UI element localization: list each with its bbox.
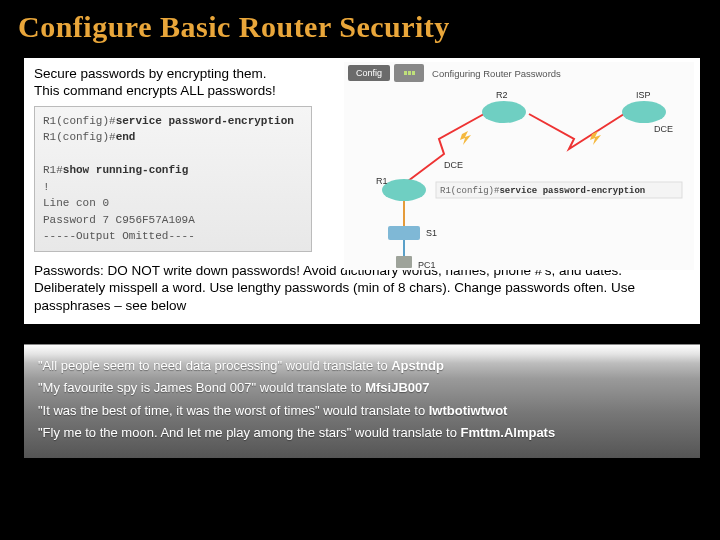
diagram-breadcrumb: Configuring Router Passwords (432, 68, 561, 79)
phrase-result: Apstndp (391, 358, 444, 373)
intro-text: Secure passwords by encrypting them. Thi… (34, 66, 294, 100)
phrase-text: "All people seem to need data processing… (38, 358, 391, 373)
node-label-r2: R2 (496, 90, 508, 100)
node-label-pc1: PC1 (418, 260, 436, 268)
cli-line: ! (43, 179, 303, 196)
cli-line: Line con 0 (43, 195, 303, 212)
diagram-toolbar: Config Configuring Router Passwords (344, 62, 694, 84)
dce-label: DCE (654, 124, 673, 134)
phrase-text: "Fly me to the moon. And let me play amo… (38, 425, 461, 440)
svg-point-2 (382, 179, 426, 201)
diagram-cmd-prompt: R1(config)# (440, 186, 500, 196)
config-button[interactable]: Config (348, 65, 390, 81)
phrase-result: Iwtbotiwtwot (429, 403, 508, 418)
cli-line: Password 7 C956F57A109A (43, 212, 303, 229)
video-icon[interactable] (394, 64, 424, 82)
network-diagram: Config Configuring Router Passwords R2 I… (344, 62, 694, 270)
passphrase-panel: "All people seem to need data processing… (24, 344, 700, 457)
cli-line (43, 146, 303, 163)
phrase-result: Fmttm.Almpats (461, 425, 556, 440)
cli-prompt: R1# (43, 164, 63, 176)
main-panel: Secure passwords by encrypting them. Thi… (24, 58, 700, 324)
cli-line: R1(config)#service password-encryption (43, 113, 303, 130)
svg-text:R1(config)#service password-en: R1(config)#service password-encryption (440, 186, 645, 196)
cli-line: R1#show running-config (43, 162, 303, 179)
passphrase-line: "Fly me to the moon. And let me play amo… (38, 422, 686, 444)
node-label-r1: R1 (376, 176, 388, 186)
cli-prompt: R1(config)# (43, 131, 116, 143)
phrase-result: MfsiJB007 (365, 380, 429, 395)
cli-prompt: R1(config)# (43, 115, 116, 127)
slide-title: Configure Basic Router Security (0, 0, 720, 58)
cli-command: show running-config (63, 164, 188, 176)
cli-command: end (116, 131, 136, 143)
node-label-isp: ISP (636, 90, 651, 100)
passphrase-line: "All people seem to need data processing… (38, 355, 686, 377)
passphrase-line: "My favourite spy is James Bond 007" wou… (38, 377, 686, 399)
svg-rect-4 (396, 256, 412, 268)
slide-root: Configure Basic Router Security Secure p… (0, 0, 720, 540)
node-label-s1: S1 (426, 228, 437, 238)
phrase-text: "My favourite spy is James Bond 007" wou… (38, 380, 365, 395)
cli-line: -----Output Omitted---- (43, 228, 303, 245)
diagram-cmd-text: service password-encryption (499, 186, 645, 196)
passphrase-line: "It was the best of time, it was the wor… (38, 400, 686, 422)
phrase-text: "It was the best of time, it was the wor… (38, 403, 429, 418)
cli-line: R1(config)#end (43, 129, 303, 146)
svg-point-0 (482, 101, 526, 123)
svg-rect-3 (388, 226, 420, 240)
topology-svg: R2 ISP R1 S1 PC1 DCE DCE (344, 84, 694, 268)
cli-command: service password-encryption (116, 115, 294, 127)
spacer (0, 324, 720, 344)
svg-point-1 (622, 101, 666, 123)
dce-label: DCE (444, 160, 463, 170)
cli-terminal: R1(config)#service password-encryption R… (34, 106, 312, 252)
